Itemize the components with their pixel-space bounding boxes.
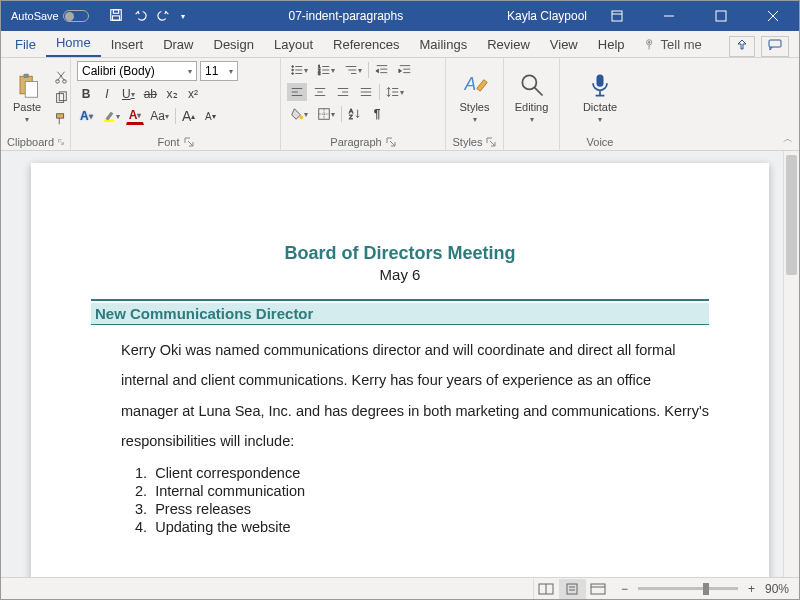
font-size-combo[interactable]: 11▾ (200, 61, 238, 81)
voice-label: Voice (587, 136, 614, 148)
styles-button[interactable]: A Styles ▾ (454, 69, 496, 126)
section-heading: New Communications Director (91, 303, 709, 325)
font-color-button[interactable]: A▾ (126, 107, 145, 125)
change-case-button[interactable]: Aa▾ (147, 107, 172, 125)
paste-button[interactable]: Paste ▾ (7, 69, 47, 126)
dictate-button[interactable]: Dictate ▾ (577, 69, 623, 126)
tab-draw[interactable]: Draw (153, 32, 203, 57)
dialog-launcher-icon[interactable] (58, 137, 64, 147)
zoom-out-button[interactable]: − (621, 582, 628, 596)
autosave-toggle[interactable]: AutoSave (11, 10, 89, 22)
align-right-button[interactable] (333, 83, 353, 101)
zoom-level[interactable]: 90% (765, 582, 789, 596)
svg-rect-3 (612, 11, 622, 21)
align-left-button[interactable] (287, 83, 307, 101)
tab-home[interactable]: Home (46, 30, 101, 57)
editing-button[interactable]: Editing ▾ (509, 69, 555, 126)
svg-rect-13 (24, 74, 29, 78)
svg-rect-1 (113, 9, 118, 13)
superscript-button[interactable]: x² (184, 85, 202, 103)
justify-button[interactable] (356, 83, 376, 101)
styles-label: Styles (460, 101, 490, 113)
highlight-button[interactable]: ▾ (99, 107, 123, 125)
svg-rect-19 (57, 113, 64, 117)
borders-button[interactable]: ▾ (314, 105, 338, 123)
bold-button[interactable]: B (77, 85, 95, 103)
doc-subtitle: May 6 (91, 266, 709, 283)
copy-icon[interactable] (51, 89, 71, 107)
comments-button[interactable] (761, 36, 789, 57)
web-layout-icon[interactable] (585, 579, 611, 599)
maximize-icon[interactable] (699, 1, 743, 31)
svg-rect-2 (112, 15, 119, 19)
dialog-launcher-icon[interactable] (486, 137, 496, 147)
collapse-ribbon-icon[interactable]: ︿ (783, 132, 793, 146)
svg-rect-14 (25, 82, 37, 98)
body-paragraph: Kerry Oki was named communications direc… (121, 335, 709, 457)
grow-font-button[interactable]: A▴ (179, 107, 198, 125)
tab-design[interactable]: Design (204, 32, 264, 57)
zoom-slider[interactable] (638, 587, 738, 590)
dialog-launcher-icon[interactable] (184, 137, 194, 147)
paragraph-dialog-launcher-icon[interactable] (386, 137, 396, 147)
tab-layout[interactable]: Layout (264, 32, 323, 57)
tab-view[interactable]: View (540, 32, 588, 57)
close-icon[interactable] (751, 1, 795, 31)
svg-point-10 (648, 41, 650, 43)
save-icon[interactable] (109, 8, 123, 25)
scrollbar-thumb[interactable] (786, 155, 797, 275)
tab-insert[interactable]: Insert (101, 32, 154, 57)
bullets-button[interactable]: ▾ (287, 61, 311, 79)
tab-mailings[interactable]: Mailings (410, 32, 478, 57)
tab-references[interactable]: References (323, 32, 409, 57)
tab-review[interactable]: Review (477, 32, 540, 57)
svg-text:3: 3 (318, 71, 321, 76)
font-size-value: 11 (205, 64, 218, 78)
shrink-font-button[interactable]: A▾ (201, 107, 219, 125)
multilevel-list-button[interactable]: ▾ (341, 61, 365, 79)
title-bar: AutoSave ▾ 07-indent-paragraphs Kayla Cl… (1, 1, 799, 31)
ribbon-options-icon[interactable] (595, 1, 639, 31)
tab-help[interactable]: Help (588, 32, 635, 57)
increase-indent-button[interactable] (395, 61, 415, 79)
autosave-label: AutoSave (11, 10, 59, 22)
styles-group-label: Styles (453, 136, 483, 148)
group-font: Calibri (Body)▾ 11▾ B I U▾ ab x₂ x² A▾ ▾… (71, 58, 281, 150)
align-center-button[interactable] (310, 83, 330, 101)
list-item: 1. Client correspondence (135, 465, 709, 481)
minimize-icon[interactable] (647, 1, 691, 31)
show-hide-button[interactable]: ¶ (368, 105, 386, 123)
document-page[interactable]: Board of Directors Meeting May 6 New Com… (31, 163, 769, 577)
text-effects-button[interactable]: A▾ (77, 107, 96, 125)
vertical-scrollbar[interactable] (783, 151, 799, 577)
print-layout-icon[interactable] (559, 579, 585, 599)
read-mode-icon[interactable] (533, 579, 559, 599)
chevron-down-icon: ▾ (598, 115, 602, 124)
tab-file[interactable]: File (5, 32, 46, 57)
format-painter-icon[interactable] (51, 110, 71, 128)
zoom-in-button[interactable]: + (748, 582, 755, 596)
chevron-down-icon: ▾ (473, 115, 477, 124)
status-bar: − + 90% (1, 577, 799, 599)
redo-icon[interactable] (157, 8, 171, 25)
share-button[interactable] (729, 36, 755, 57)
slider-thumb[interactable] (703, 583, 709, 595)
font-label: Font (157, 136, 179, 148)
group-editing: Editing ▾ (504, 58, 560, 150)
sort-button[interactable]: AZ (345, 105, 365, 123)
italic-button[interactable]: I (98, 85, 116, 103)
strikethrough-button[interactable]: ab (141, 85, 160, 103)
doc-title: Board of Directors Meeting (91, 243, 709, 264)
font-name-combo[interactable]: Calibri (Body)▾ (77, 61, 197, 81)
decrease-indent-button[interactable] (372, 61, 392, 79)
undo-icon[interactable] (133, 8, 147, 25)
underline-button[interactable]: U▾ (119, 85, 138, 103)
subscript-button[interactable]: x₂ (163, 85, 181, 103)
group-styles: A Styles ▾ Styles (446, 58, 504, 150)
chevron-down-icon: ▾ (25, 115, 29, 124)
line-spacing-button[interactable]: ▾ (383, 83, 407, 101)
cut-icon[interactable] (51, 68, 71, 86)
tell-me-search[interactable]: Tell me (635, 32, 710, 57)
shading-button[interactable]: ▾ (287, 105, 311, 123)
numbering-button[interactable]: 123▾ (314, 61, 338, 79)
